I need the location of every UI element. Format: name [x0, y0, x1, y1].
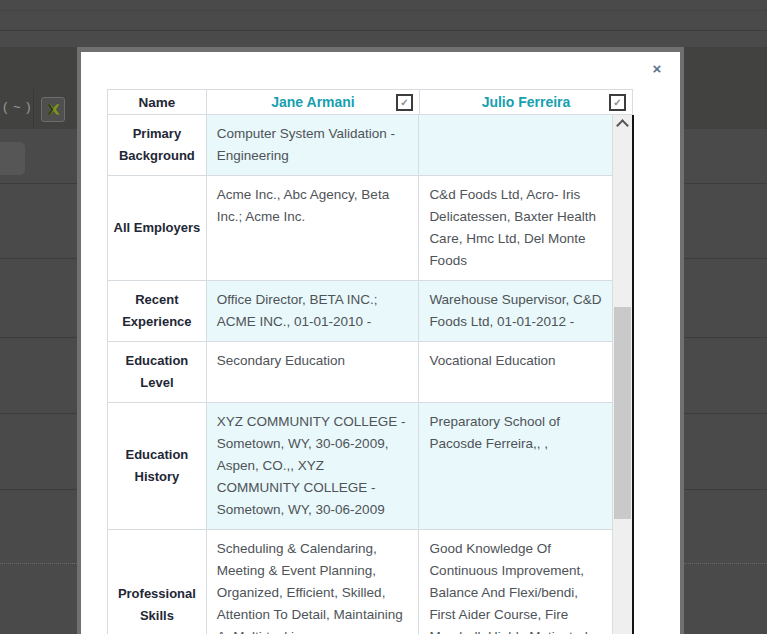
comparison-table-header: Name Jane Armani ✓ Julio Ferreira ✓: [107, 89, 633, 115]
row-label: Education Level: [108, 342, 207, 402]
background-divider: [0, 10, 767, 11]
row-label: Primary Background: [108, 115, 207, 175]
scroll-container-edge: [632, 115, 634, 634]
excel-export-button[interactable]: [41, 97, 65, 122]
candidate-2-value: Preparatory School of Pacosde Ferreira,,…: [419, 403, 613, 529]
candidate-1-value: XYZ COMMUNITY COLLEGE - Sometown, WY, 30…: [207, 403, 420, 529]
row-label: All Employers: [108, 176, 207, 280]
background-chip: [0, 142, 25, 175]
candidate-1-value: Secondary Education: [207, 342, 420, 402]
background-divider: [0, 30, 767, 31]
comparison-row-recent-experience: Recent Experience Office Director, BETA …: [108, 281, 613, 342]
header-name-cell: Name: [108, 90, 207, 114]
row-label: Professional Skills: [108, 530, 207, 634]
comparison-scroll-area: Primary Background Computer System Valid…: [107, 115, 633, 634]
background-toolbar-text: ( ~ ): [3, 99, 31, 114]
comparison-row-education-history: Education History XYZ COMMUNITY COLLEGE …: [108, 403, 613, 530]
compare-candidates-modal: × Name Jane Armani ✓ Julio Ferreira ✓: [77, 47, 684, 634]
excel-export-icon: [46, 102, 61, 117]
scrollbar-thumb[interactable]: [614, 307, 631, 519]
candidate-1-name-link[interactable]: Jane Armani: [271, 94, 355, 110]
candidate-2-value: C&d Foods Ltd, Acro- Iris Delicatessen, …: [419, 176, 613, 280]
candidate-1-value: Computer System Validation - Engineering: [207, 115, 420, 175]
comparison-row-education-level: Education Level Secondary Education Voca…: [108, 342, 613, 403]
close-icon[interactable]: ×: [648, 60, 666, 78]
candidate-2-value: [419, 115, 613, 175]
header-candidate-2: Julio Ferreira ✓: [420, 90, 632, 114]
header-candidate-1: Jane Armani ✓: [207, 90, 420, 114]
comparison-row-primary-background: Primary Background Computer System Valid…: [108, 115, 613, 176]
candidate-2-value: Vocational Education: [419, 342, 613, 402]
candidate-1-value: Scheduling & Calendaring, Meeting & Even…: [207, 530, 420, 634]
candidate-2-value: Warehouse Supervisor, C&D Foods Ltd, 01-…: [419, 281, 613, 341]
toolbar-separator: [33, 89, 34, 129]
candidate-2-value: Good Knowledge Of Continuous Improvement…: [419, 530, 613, 634]
candidate-1-checkbox[interactable]: ✓: [396, 94, 413, 111]
candidate-1-value: Acme Inc., Abc Agency, Beta Inc.; Acme I…: [207, 176, 420, 280]
comparison-row-all-employers: All Employers Acme Inc., Abc Agency, Bet…: [108, 176, 613, 281]
candidate-2-checkbox[interactable]: ✓: [609, 94, 626, 111]
candidate-1-value: Office Director, BETA INC.; ACME INC., 0…: [207, 281, 420, 341]
comparison-table: Name Jane Armani ✓ Julio Ferreira ✓: [107, 89, 633, 115]
name-column-label: Name: [139, 95, 176, 110]
candidate-2-name-link[interactable]: Julio Ferreira: [482, 94, 571, 110]
row-label: Education History: [108, 403, 207, 529]
comparison-row-professional-skills: Professional Skills Scheduling & Calenda…: [108, 530, 613, 634]
vertical-scrollbar[interactable]: [613, 115, 632, 634]
screen: ( ~ ) × Name Jane Armani ✓: [0, 0, 767, 634]
scroll-up-button[interactable]: [613, 115, 632, 131]
chevron-up-icon: [616, 119, 629, 132]
row-label: Recent Experience: [108, 281, 207, 341]
